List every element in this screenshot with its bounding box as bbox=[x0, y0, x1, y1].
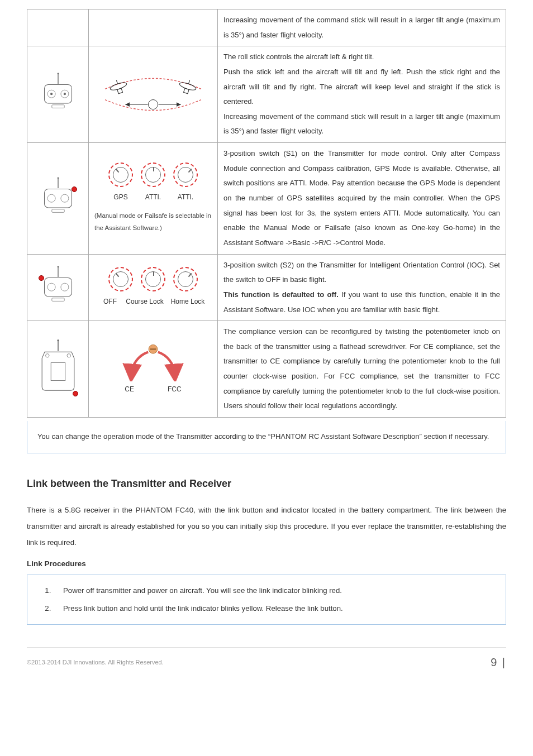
svg-point-26 bbox=[57, 266, 59, 267]
diagram-cell: GPS ATTI. ATTI. (Manual mode or Failsafe… bbox=[89, 143, 218, 254]
diagram-cell: CE FCC bbox=[89, 321, 218, 418]
s1-dials-icon bbox=[94, 162, 212, 187]
s2-dials-icon bbox=[94, 267, 212, 291]
page-footer: ©2013-2014 DJI Innovations. All Rights R… bbox=[27, 647, 506, 674]
s2-desc-pre: 3-position switch (S2) on the Transmitte… bbox=[223, 261, 500, 284]
s1-subnote: (Manual mode or Failsafe is selectable i… bbox=[94, 210, 212, 235]
diagram-cell bbox=[89, 46, 218, 143]
section-body: There is a 5.8G receiver in the PHANTOM … bbox=[27, 502, 506, 551]
svg-point-8 bbox=[110, 82, 127, 92]
dial-label: ATTI. bbox=[141, 190, 165, 204]
table-row: The roll stick controls the aircraft lef… bbox=[27, 46, 506, 143]
svg-rect-2 bbox=[44, 85, 72, 104]
description-cell: The compliance version can be reconfigur… bbox=[218, 321, 506, 418]
svg-line-9 bbox=[116, 80, 117, 84]
transmitter-s1-icon bbox=[33, 176, 83, 221]
s1-switch-highlight-icon bbox=[72, 186, 77, 192]
svg-rect-10 bbox=[117, 88, 123, 94]
roll-tilt-diagram-icon bbox=[94, 72, 212, 117]
svg-point-29 bbox=[60, 283, 68, 291]
compliance-label: CE bbox=[125, 382, 134, 396]
procedures-box: Power off transmitter and power on aircr… bbox=[27, 575, 506, 624]
svg-rect-7 bbox=[51, 105, 64, 108]
svg-point-11 bbox=[179, 82, 197, 92]
transmitter-cell bbox=[27, 254, 89, 321]
dial-label: Home Lock bbox=[168, 295, 207, 309]
svg-point-6 bbox=[63, 93, 65, 95]
section-heading: Link between the Transmitter and Receive… bbox=[27, 473, 506, 494]
svg-point-14 bbox=[148, 100, 158, 109]
svg-point-22 bbox=[47, 194, 55, 202]
controls-table: Increasing movement of the command stick… bbox=[27, 9, 506, 418]
table-row: Increasing movement of the command stick… bbox=[27, 9, 506, 46]
svg-point-1 bbox=[57, 73, 59, 75]
svg-marker-18 bbox=[177, 103, 181, 107]
note-box: You can change the operation mode of the… bbox=[27, 421, 506, 453]
s2-desc-bold: This function is defaulted to off. bbox=[223, 290, 339, 299]
compliance-knob-icon: CE FCC bbox=[94, 342, 212, 396]
list-item: Press link button and hold until the lin… bbox=[53, 600, 494, 618]
svg-point-20 bbox=[57, 177, 59, 179]
dial-label: ATTI. bbox=[173, 190, 198, 204]
svg-point-5 bbox=[50, 93, 53, 95]
svg-rect-24 bbox=[51, 209, 64, 212]
transmitter-front-icon bbox=[33, 72, 83, 117]
transmitter-back-icon bbox=[33, 338, 83, 400]
svg-rect-13 bbox=[184, 88, 189, 94]
description-cell: The roll stick controls the aircraft lef… bbox=[218, 46, 506, 143]
svg-point-32 bbox=[57, 339, 59, 341]
table-row: OFF Course Lock Home Lock 3-position swi… bbox=[27, 254, 506, 321]
diagram-cell: OFF Course Lock Home Lock bbox=[89, 254, 218, 321]
svg-rect-33 bbox=[51, 363, 65, 381]
description-cell: Increasing movement of the command stick… bbox=[218, 9, 506, 46]
copyright-text: ©2013-2014 DJI Innovations. All Rights R… bbox=[27, 656, 164, 669]
procedures-heading: Link Procedures bbox=[27, 556, 506, 572]
svg-rect-30 bbox=[51, 298, 64, 302]
table-row: GPS ATTI. ATTI. (Manual mode or Failsafe… bbox=[27, 143, 506, 254]
potentiometer-highlight-icon bbox=[73, 391, 78, 396]
dial-label: Course Lock bbox=[123, 295, 166, 309]
s1-labels: GPS ATTI. ATTI. bbox=[94, 190, 212, 204]
transmitter-cell bbox=[27, 46, 89, 143]
svg-marker-16 bbox=[125, 103, 130, 107]
description-cell: 3-position switch (S1) on the Transmitte… bbox=[218, 143, 506, 254]
description-cell: 3-position switch (S2) on the Transmitte… bbox=[218, 254, 506, 321]
svg-rect-27 bbox=[44, 277, 72, 296]
transmitter-cell bbox=[27, 9, 89, 46]
compliance-label: FCC bbox=[168, 382, 182, 396]
s2-labels: OFF Course Lock Home Lock bbox=[94, 295, 212, 309]
svg-point-23 bbox=[60, 194, 68, 202]
diagram-cell bbox=[89, 9, 218, 46]
dial-label: GPS bbox=[108, 190, 133, 204]
svg-rect-21 bbox=[44, 189, 72, 208]
transmitter-cell bbox=[27, 143, 89, 254]
svg-point-35 bbox=[67, 354, 70, 357]
dial-label: OFF bbox=[99, 295, 121, 309]
s2-switch-highlight-icon bbox=[39, 275, 44, 281]
table-row: CE FCC The compliance version can be rec… bbox=[27, 321, 506, 418]
transmitter-s2-icon bbox=[33, 265, 83, 310]
svg-point-34 bbox=[45, 354, 49, 357]
transmitter-cell bbox=[27, 321, 89, 418]
svg-point-28 bbox=[47, 283, 55, 291]
svg-line-12 bbox=[189, 80, 190, 84]
page-number: 9 | bbox=[491, 651, 506, 674]
list-item: Power off transmitter and power on aircr… bbox=[53, 582, 494, 600]
